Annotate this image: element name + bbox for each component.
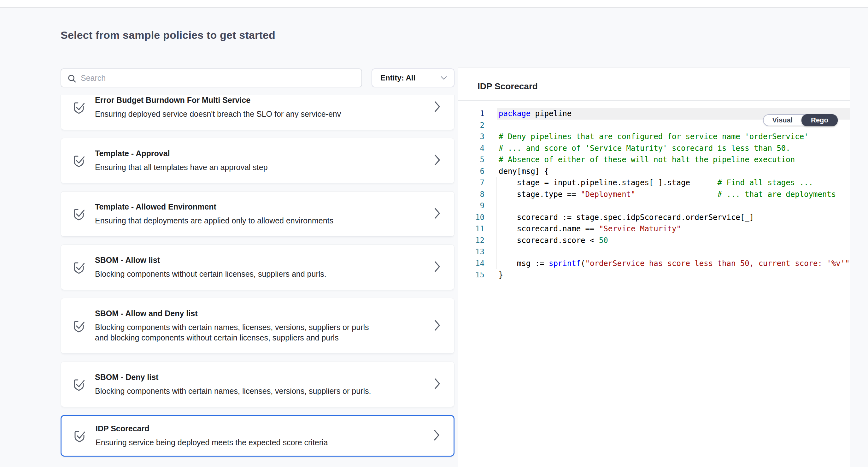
policy-card-3[interactable]: Template - Allowed Environment Ensuring … [61,191,455,237]
policy-title: SBOM - Allow list [95,255,327,265]
code-line-content: } [485,269,850,281]
chevron-down-icon [441,76,447,80]
policy-description: Blocking components with certain names, … [95,322,379,343]
policy-card-1[interactable]: Error Budget Burndown For Multi Service … [61,95,455,130]
line-number: 12 [458,235,485,246]
line-number: 7 [458,177,485,189]
code-line-content: stage = input.pipeline.stages[_].stage #… [485,177,850,189]
line-number: 8 [458,189,485,200]
code-line-7: 7 stage = input.pipeline.stages[_].stage… [458,177,850,189]
code-line-content: # ... and score of 'Service Maturity' sc… [485,143,850,154]
code-line-10: 10 scorecard := stage.spec.idpScorecard.… [458,212,850,224]
policy-description: Blocking components without certain lice… [95,269,327,279]
code-line-8: 8 stage.type == "Deployment" # ... that … [458,189,850,200]
code-line-6: 6deny[msg] { [458,166,850,177]
shield-check-icon [72,429,87,443]
preview-panel: IDP Scorecard 1package pipeline23# Deny … [458,67,850,467]
code-line-11: 11 scorecard.name == "Service Maturity" [458,223,850,235]
code-line-5: 5# Absence of either of these will not h… [458,154,850,166]
policy-card-4[interactable]: SBOM - Allow list Blocking components wi… [61,244,455,290]
preview-title: IDP Scorecard [477,81,538,91]
code-line-content: scorecard := stage.spec.idpScorecard.ord… [485,212,850,224]
line-number: 1 [458,108,485,120]
shield-check-icon [71,319,86,333]
policy-card-7[interactable]: IDP Scorecard Ensuring service being dep… [61,415,455,457]
line-number: 14 [458,258,485,269]
policy-title: IDP Scorecard [96,424,328,433]
line-number: 10 [458,212,485,224]
code-line-15: 15} [458,269,850,281]
policy-description: Ensuring that deployments are applied on… [95,215,333,226]
visual-toggle-button[interactable]: Visual [764,115,801,125]
code-line-content: # Absence of either of these will not ha… [485,154,850,166]
code-line-12: 12 scorecard.score < 50 [458,235,850,246]
view-toggle: Visual Rego [763,114,838,126]
chevron-right-icon [434,319,441,332]
code-line-content: scorecard.name == "Service Maturity" [485,223,850,235]
policy-card-6[interactable]: SBOM - Deny list Blocking components wit… [61,361,455,407]
shield-check-icon [71,260,86,274]
policy-title: Template - Allowed Environment [95,202,333,211]
shield-check-icon [71,207,86,221]
line-number: 5 [458,154,485,166]
policy-description: Ensuring service being deployed meets th… [96,437,328,448]
code-line-content: stage.type == "Deployment" # ... that ar… [485,189,850,200]
shield-check-icon [71,100,86,115]
policy-list: Error Budget Burndown For Multi Service … [61,95,455,467]
code-line-content [485,246,850,258]
chevron-right-icon [434,101,441,114]
policy-description: Ensuring that all templates have an appr… [95,162,268,173]
search-input[interactable] [80,69,358,87]
policy-card-5[interactable]: SBOM - Allow and Deny list Blocking comp… [61,298,455,354]
shield-check-icon [71,153,86,168]
code-line-content: scorecard.score < 50 [485,235,850,246]
page-title: Select from sample policies to get start… [61,29,275,41]
chevron-right-icon [434,261,441,274]
code-line-3: 3# Deny pipelines that are configured fo… [458,131,850,143]
policy-description: Ensuring deployed service doesn't breach… [95,109,341,119]
screen: Select from sample policies to get start… [0,0,868,467]
code-line-14: 14 msg := sprintf("orderService has scor… [458,258,850,269]
line-number: 11 [458,223,485,235]
code-line-9: 9 [458,200,850,212]
code-line-content [485,200,850,212]
policy-title: SBOM - Deny list [95,372,371,382]
code-line-content: deny[msg] { [485,166,850,177]
code-line-13: 13 [458,246,850,258]
policy-description: Blocking components with certain names, … [95,386,371,396]
line-number: 4 [458,143,485,154]
search-icon [67,74,76,83]
top-bar [0,0,868,8]
policy-title: Template - Approval [95,149,268,158]
rego-toggle-button[interactable]: Rego [801,114,838,126]
line-number: 13 [458,246,485,258]
line-number: 2 [458,120,485,131]
chevron-right-icon [434,378,441,391]
policy-title: SBOM - Allow and Deny list [95,309,379,318]
code-line-content: msg := sprintf("orderService has score l… [485,258,850,269]
chevron-right-icon [433,429,440,442]
policy-card-2[interactable]: Template - Approval Ensuring that all te… [61,138,455,183]
line-number: 6 [458,166,485,177]
code-editor[interactable]: 1package pipeline23# Deny pipelines that… [458,101,850,467]
code-lines: 1package pipeline23# Deny pipelines that… [458,108,850,281]
shield-check-icon [71,377,86,391]
line-number: 9 [458,200,485,212]
entity-filter-label: Entity: All [380,74,415,82]
line-number: 15 [458,269,485,281]
policy-title: Error Budget Burndown For Multi Service [95,95,341,105]
code-line-4: 4# ... and score of 'Service Maturity' s… [458,143,850,154]
line-number: 3 [458,131,485,143]
search-box [61,68,362,87]
entity-filter-dropdown[interactable]: Entity: All [372,68,455,87]
code-line-content: # Deny pipelines that are configured for… [485,131,850,143]
chevron-right-icon [434,207,441,221]
indent-guide [496,177,496,269]
chevron-right-icon [434,154,441,167]
